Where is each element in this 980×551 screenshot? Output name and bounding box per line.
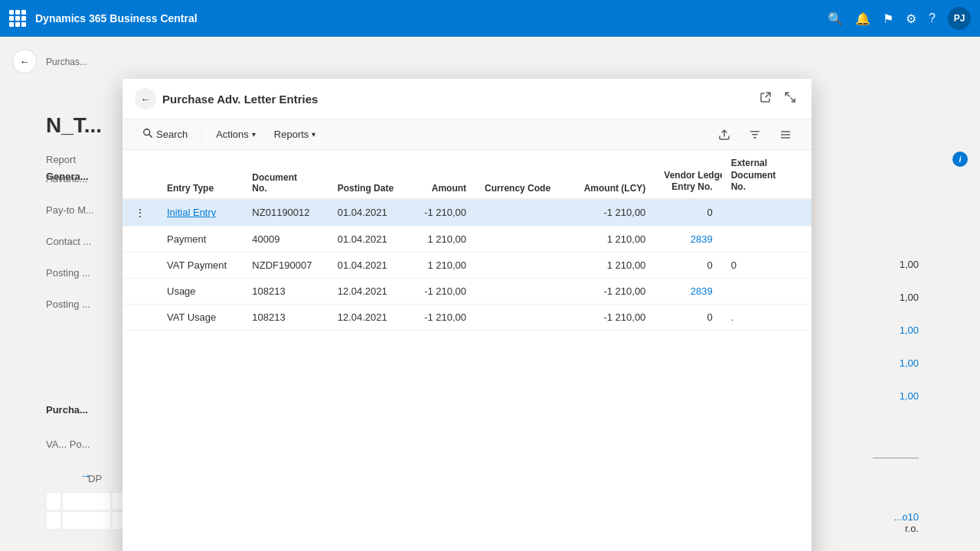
- avatar[interactable]: PJ: [948, 7, 971, 30]
- ext-doc-no-cell: [722, 278, 789, 304]
- posting-date-cell: 12.04.2021: [328, 278, 410, 304]
- advance-label: Advanc...: [46, 173, 94, 184]
- extra-col-cell: [789, 252, 812, 278]
- currency-code-cell: [475, 226, 567, 252]
- entry-type-cell: Payment: [158, 226, 243, 252]
- table-row: VAT PaymentNZDF19000701.04.20211 210,001…: [122, 252, 812, 278]
- dp-label: DP: [88, 473, 102, 484]
- columns-button[interactable]: [772, 125, 799, 145]
- vendor-ledger-entry-no-cell[interactable]: 2839: [655, 278, 721, 304]
- table-body: ⋮Initial EntryNZ0119001201.04.2021-1 210…: [122, 199, 812, 331]
- toolbar-separator-1: [201, 127, 202, 142]
- toolbar-right: [710, 125, 799, 145]
- col-vendor-ledger-entry-no[interactable]: Vendor LedgerEntry No.: [655, 150, 721, 199]
- posting-date-cell: 01.04.2021: [328, 226, 410, 252]
- amount-cell: -1 210,00: [410, 199, 475, 227]
- search-label: Search: [156, 129, 188, 140]
- back-button[interactable]: ←: [12, 49, 37, 73]
- top-bar-icons: 🔍 🔔 ⚑ ⚙ ? PJ: [828, 7, 971, 30]
- amount-lcy-cell: -1 210,00: [567, 278, 655, 304]
- doc-no-cell: NZDF190007: [243, 252, 328, 278]
- posting1-label: Posting ...: [46, 267, 94, 279]
- col-entry-type[interactable]: Entry Type: [158, 150, 243, 199]
- bg-divider: [873, 458, 919, 458]
- share-button[interactable]: [710, 125, 738, 145]
- col-amount[interactable]: Amount: [410, 150, 475, 199]
- ext-doc-no-cell: [722, 199, 789, 227]
- modal-header: ← Purchase Adv. Letter Entries: [122, 79, 812, 119]
- svg-line-1: [149, 135, 152, 137]
- search-button[interactable]: Search: [135, 124, 195, 145]
- payto-label: Pay-to M...: [46, 204, 94, 216]
- extra-col-cell: [789, 226, 812, 252]
- info-icon[interactable]: i: [952, 152, 968, 167]
- posting-date-cell: 01.04.2021: [328, 199, 410, 227]
- vendor-ledger-entry-no-cell[interactable]: 2839: [655, 226, 721, 252]
- flag-icon[interactable]: ⚑: [883, 11, 893, 26]
- actions-label: Actions: [216, 129, 249, 140]
- table-area: Entry Type DocumentNo. Posting Date Amou…: [122, 150, 812, 551]
- extra-col-cell: [789, 304, 812, 330]
- col-posting-date[interactable]: Posting Date: [328, 150, 410, 199]
- row-menu-cell: [122, 278, 158, 304]
- modal-back-button[interactable]: ←: [135, 88, 156, 109]
- entry-type-cell: Usage: [158, 278, 243, 304]
- table-row: ⋮Initial EntryNZ0119001201.04.2021-1 210…: [122, 199, 812, 227]
- bell-icon[interactable]: 🔔: [855, 11, 871, 26]
- row-context-menu-icon[interactable]: ⋮: [132, 207, 149, 219]
- bg-labels: Advanc... Pay-to M... Contact ... Postin…: [46, 173, 94, 310]
- col-doc-no[interactable]: DocumentNo.: [243, 150, 328, 199]
- actions-button[interactable]: Actions ▾: [208, 125, 263, 144]
- contact-label: Contact ...: [46, 236, 94, 247]
- entry-type-cell[interactable]: Initial Entry: [158, 199, 243, 227]
- vendor-ledger-entry-no-cell: 0: [655, 252, 721, 278]
- amount-lcy-cell: -1 210,00: [567, 304, 655, 330]
- amount-lcy-cell: 1 210,00: [567, 252, 655, 278]
- breadcrumb: Purchas...: [46, 57, 87, 67]
- currency-code-cell: [475, 304, 567, 330]
- currency-code-cell: [475, 199, 567, 227]
- posting2-label: Posting ...: [46, 298, 94, 310]
- search-icon[interactable]: 🔍: [828, 11, 843, 26]
- ext-doc-no-cell: .: [722, 304, 789, 330]
- waffle-menu[interactable]: [9, 10, 26, 27]
- ext-doc-no-cell: [722, 226, 789, 252]
- purchase-section: Purcha...: [46, 404, 88, 416]
- toolbar: Search Actions ▾ Reports ▾: [122, 119, 812, 150]
- entries-table: Entry Type DocumentNo. Posting Date Amou…: [122, 150, 812, 331]
- settings-icon[interactable]: ⚙: [906, 11, 916, 26]
- modal-title: Purchase Adv. Letter Entries: [162, 93, 750, 106]
- reports-button[interactable]: Reports ▾: [266, 125, 324, 144]
- vendor-ledger-link[interactable]: 2839: [691, 233, 713, 245]
- col-extra: [789, 150, 812, 199]
- ro-text: r.o.: [905, 523, 919, 534]
- table-row: Payment4000901.04.20211 210,001 210,0028…: [122, 226, 812, 252]
- row-menu-cell: [122, 226, 158, 252]
- filter-button[interactable]: [741, 125, 769, 145]
- col-currency-code[interactable]: Currency Code: [475, 150, 567, 199]
- actions-chevron-icon: ▾: [252, 130, 256, 139]
- app-title: Dynamics 365 Business Central: [35, 12, 818, 24]
- posting-date-cell: 12.04.2021: [328, 304, 410, 330]
- reports-label: Reports: [274, 129, 309, 140]
- va-po-label: VA... Po...: [46, 439, 90, 450]
- svg-rect-2: [750, 131, 760, 132]
- col-amount-lcy[interactable]: Amount (LCY): [567, 150, 655, 199]
- modal: ← Purchase Adv. Letter Entries Search: [122, 79, 812, 551]
- bottom-right-link[interactable]: ...o10r.o.: [893, 511, 919, 534]
- open-in-new-icon[interactable]: [756, 88, 775, 109]
- row-menu-cell: [122, 252, 158, 278]
- expand-icon[interactable]: [781, 88, 799, 109]
- ext-doc-no-cell: 0: [722, 252, 789, 278]
- amount-lcy-cell: -1 210,00: [567, 199, 655, 227]
- doc-no-cell: 108213: [243, 278, 328, 304]
- col-ext-doc-no[interactable]: ExternalDocumentNo.: [722, 150, 789, 199]
- bg-right-values: 1,00 1,00 1,00 1,00 1,00: [900, 259, 919, 402]
- entry-type-cell: VAT Usage: [158, 304, 243, 330]
- extra-col-cell: [789, 199, 812, 227]
- top-bar: Dynamics 365 Business Central 🔍 🔔 ⚑ ⚙ ? …: [0, 0, 980, 37]
- vendor-ledger-link[interactable]: 2839: [691, 285, 713, 297]
- vendor-ledger-entry-no-cell: 0: [655, 199, 721, 227]
- help-icon[interactable]: ?: [929, 11, 936, 25]
- entry-type-link[interactable]: Initial Entry: [167, 207, 216, 218]
